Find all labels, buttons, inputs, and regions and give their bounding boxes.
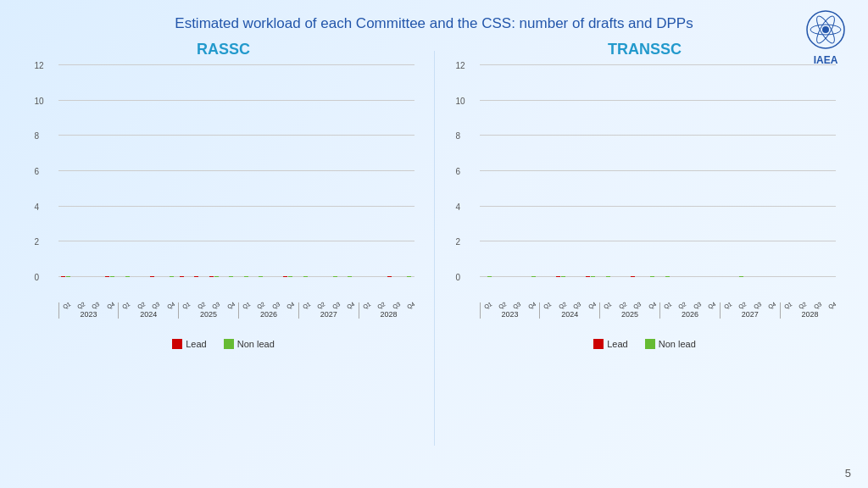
bar-group-2025-Q3 xyxy=(207,276,222,277)
bar-nonlead xyxy=(110,276,114,277)
page-number: 5 xyxy=(845,467,851,480)
bar-nonlead xyxy=(531,276,536,277)
svg-point-1 xyxy=(822,26,829,33)
year-block-2027: Q1Q2Q3Q42027 xyxy=(720,302,780,319)
year-block-2024: Q1Q2Q3Q42024 xyxy=(118,302,178,319)
rassc-x-labels: Q1Q2Q3Q42023Q1Q2Q3Q42024Q1Q2Q3Q42025Q1Q2… xyxy=(58,302,419,335)
bar-nonlead xyxy=(407,276,411,277)
year-block-2027: Q1Q2Q3Q42027 xyxy=(298,302,359,319)
bar-group-2025-Q1 xyxy=(177,276,192,277)
transsc-chart-inner: 12 10 8 6 4 2 0 xyxy=(480,65,836,277)
legend-lead-box xyxy=(172,339,182,349)
bar-nonlead xyxy=(66,276,70,277)
t-legend-nonlead-label: Non lead xyxy=(659,339,696,349)
t-legend-lead-label: Lead xyxy=(607,339,627,349)
bar-nonlead xyxy=(487,276,492,277)
bar-group-2027-Q2 xyxy=(732,276,747,277)
bar-nonlead xyxy=(348,276,352,277)
bar-lead xyxy=(61,276,65,277)
bar-nonlead xyxy=(665,276,670,277)
iaea-emblem xyxy=(804,8,847,51)
bar-group-2024-Q2 xyxy=(554,276,569,277)
transsc-legend: Lead Non lead xyxy=(450,339,840,349)
divider xyxy=(434,51,435,446)
bar-nonlead xyxy=(214,276,219,277)
bar-nonlead xyxy=(259,276,263,277)
bar-nonlead xyxy=(229,276,233,277)
bar-lead xyxy=(209,276,214,277)
legend-lead: Lead xyxy=(172,339,206,349)
bar-lead xyxy=(194,276,198,277)
bar-nonlead xyxy=(303,276,308,277)
bar-nonlead xyxy=(739,276,743,277)
t-legend-lead-box xyxy=(593,339,604,349)
year-block-2026: Q1Q2Q3Q42026 xyxy=(659,302,720,319)
t-legend-lead: Lead xyxy=(593,339,627,349)
bar-group-2023-Q4 xyxy=(524,276,539,277)
bar-group-2026-Q1 xyxy=(658,276,673,277)
bar-group-2024-Q1 xyxy=(118,276,133,277)
bar-group-2025-Q4 xyxy=(221,276,236,277)
iaea-label: IAEA xyxy=(796,54,855,66)
legend-nonlead-label: Non lead xyxy=(237,339,275,349)
year-block-2028: Q1Q2Q3Q42028 xyxy=(359,302,419,319)
bar-nonlead xyxy=(606,276,610,277)
bar-group-2027-Q1 xyxy=(296,276,311,277)
transsc-x-labels: Q1Q2Q3Q42023Q1Q2Q3Q42024Q1Q2Q3Q42025Q1Q2… xyxy=(480,302,840,335)
rassc-legend: Lead Non lead xyxy=(29,339,419,349)
year-block-2024: Q1Q2Q3Q42024 xyxy=(539,302,599,319)
iaea-logo: IAEA xyxy=(796,8,855,66)
bar-nonlead xyxy=(561,276,565,277)
year-block-2026: Q1Q2Q3Q42026 xyxy=(238,302,298,319)
rassc-chart-section: RASSC 12 10 8 6 4 2 0 Q1Q2Q3Q42023Q1Q2Q3… xyxy=(29,41,419,349)
bar-group-2026-Q2 xyxy=(251,276,266,277)
bar-group-2027-Q3 xyxy=(326,276,341,277)
legend-nonlead: Non lead xyxy=(224,339,275,349)
bar-lead xyxy=(631,276,635,277)
bar-lead xyxy=(556,276,560,277)
bar-lead xyxy=(105,276,109,277)
year-block-2023: Q1Q2Q3Q42023 xyxy=(58,302,119,319)
t-legend-nonlead: Non lead xyxy=(645,339,696,349)
bar-group-2023-Q1 xyxy=(58,276,74,277)
transsc-chart-area: 12 10 8 6 4 2 0 xyxy=(450,65,840,302)
rassc-title: RASSC xyxy=(29,41,419,58)
bar-nonlead xyxy=(125,276,130,277)
year-block-2025: Q1Q2Q3Q42025 xyxy=(178,302,238,319)
year-block-2023: Q1Q2Q3Q42023 xyxy=(480,302,540,319)
rassc-bars xyxy=(58,65,415,277)
bar-group-2024-Q3 xyxy=(147,276,163,277)
bar-group-2025-Q4 xyxy=(643,276,658,277)
bar-lead xyxy=(586,276,590,277)
year-block-2028: Q1Q2Q3Q42028 xyxy=(780,302,840,319)
transsc-title: TRANSSC xyxy=(450,41,840,58)
t-legend-nonlead-box xyxy=(645,339,655,349)
bar-group-2026-Q1 xyxy=(236,276,252,277)
x-labels-row: Q1Q2Q3Q42023Q1Q2Q3Q42024Q1Q2Q3Q42025Q1Q2… xyxy=(58,302,419,319)
legend-nonlead-box xyxy=(224,339,234,349)
bar-group-2026-Q4 xyxy=(281,276,296,277)
bar-nonlead xyxy=(288,276,292,277)
bar-group-2025-Q2 xyxy=(192,276,207,277)
x-labels-row: Q1Q2Q3Q42023Q1Q2Q3Q42024Q1Q2Q3Q42025Q1Q2… xyxy=(480,302,840,319)
bar-group-2024-Q4 xyxy=(162,276,177,277)
bar-lead xyxy=(387,276,392,277)
bar-group-2025-Q3 xyxy=(628,276,643,277)
bar-group-2023-Q4 xyxy=(103,276,118,277)
bar-nonlead xyxy=(591,276,595,277)
bar-lead xyxy=(180,276,184,277)
transsc-bars xyxy=(480,65,836,277)
bar-nonlead xyxy=(650,276,654,277)
year-block-2025: Q1Q2Q3Q42025 xyxy=(599,302,659,319)
transsc-chart-section: TRANSSC 12 10 8 6 4 2 0 Q1Q2Q3Q42023Q1Q2… xyxy=(450,41,840,349)
legend-lead-label: Lead xyxy=(186,339,206,349)
rassc-chart-inner: 12 10 8 6 4 2 0 xyxy=(58,65,415,277)
bar-lead xyxy=(283,276,287,277)
bar-group-2028-Q4 xyxy=(399,276,415,277)
bar-group-2028-Q3 xyxy=(385,276,400,277)
bar-lead xyxy=(150,276,154,277)
bar-nonlead xyxy=(333,276,337,277)
page-title: Estimated workload of each Committee and… xyxy=(0,0,868,32)
bar-nonlead xyxy=(170,276,174,277)
bar-group-2023-Q1 xyxy=(480,276,495,277)
